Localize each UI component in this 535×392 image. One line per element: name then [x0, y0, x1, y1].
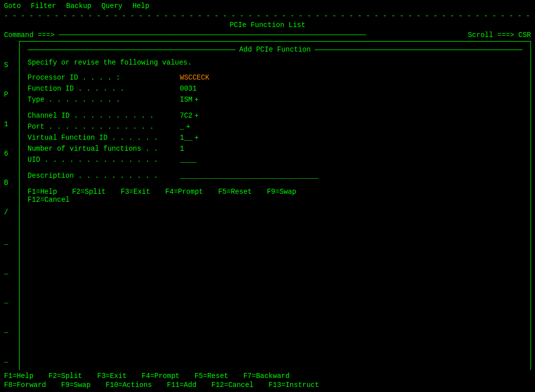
type-value[interactable]: ISM [180, 96, 192, 104]
left-sidebar: S P 1 6 B / _ _ _ _ _ _ _ _ _ _ _ _ _ [4, 41, 19, 392]
field-port: Port . . . . . . . . . . . . . _ + [28, 123, 522, 131]
modal-f1[interactable]: F1=Help [28, 188, 57, 196]
field-num-vf: Number of virtual functions . . 1 [28, 145, 522, 153]
command-label: Command ===> ───────────────────────────… [4, 31, 366, 39]
modal-fkeys-row2: F12=Cancel [28, 196, 522, 204]
fkey-f2[interactable]: F2=Split [49, 372, 82, 380]
channel-id-plus: + [194, 112, 198, 120]
fkey-f1[interactable]: F1=Help [4, 372, 34, 380]
modal-f4[interactable]: F4=Prompt [165, 188, 203, 196]
field-function-id: Function ID . . . . . . 0031 [28, 85, 522, 93]
modal-f5[interactable]: F5=Reset [218, 188, 251, 196]
port-plus: + [186, 123, 190, 131]
menu-query[interactable]: Query [101, 2, 122, 10]
port-value[interactable]: _ [180, 123, 184, 131]
field-channel-id: Channel ID . . . . . . . . . . 7C2 + [28, 112, 522, 120]
modal-f2[interactable]: F2=Split [72, 188, 106, 196]
fkey-row-2: F8=Forward F9=Swap F10=Actions F11=Add F… [4, 381, 531, 389]
fkey-bar-bottom: F1=Help F2=Split F3=Exit F4=Prompt F5=Re… [0, 370, 535, 392]
modal-subtitle: Specify or revise the following values. [28, 59, 522, 67]
command-line: Command ===> ───────────────────────────… [0, 30, 535, 40]
scroll-label: Scroll ===> CSR [468, 31, 531, 39]
fkey-f13[interactable]: F13=Instruct [269, 381, 319, 389]
field-uid: UID . . . . . . . . . . . . . . ____ [28, 156, 522, 164]
fkey-f11[interactable]: F11=Add [167, 381, 196, 389]
fkey-f5[interactable]: F5=Reset [194, 372, 228, 380]
modal-f9[interactable]: F9=Swap [267, 188, 297, 196]
function-id-value[interactable]: 0031 [180, 85, 197, 93]
fkey-f4[interactable]: F4=Prompt [142, 372, 180, 380]
screen: Goto Filter Backup Query Help - - - - - … [0, 0, 535, 392]
field-type: Type . . . . . . . . . ISM + [28, 96, 522, 104]
fkey-f8[interactable]: F8=Forward [4, 381, 46, 389]
modal-title: Add PCIe Function [239, 46, 311, 54]
menu-backup[interactable]: Backup [66, 2, 91, 10]
menu-help[interactable]: Help [132, 2, 149, 10]
modal-f3[interactable]: F3=Exit [121, 188, 150, 196]
vfid-plus: + [194, 134, 198, 142]
fkey-f3[interactable]: F3=Exit [97, 372, 127, 380]
fkey-f12[interactable]: F12=Cancel [211, 381, 253, 389]
fkey-f9[interactable]: F9=Swap [61, 381, 91, 389]
top-divider: - - - - - - - - - - - - - - - - - - - - … [0, 12, 535, 20]
page-title: PCIe Function List [0, 20, 535, 30]
channel-id-value[interactable]: 7C2 [180, 112, 192, 120]
fkey-f10[interactable]: F10=Actions [106, 381, 152, 389]
fkey-f7[interactable]: F7=Backward [243, 372, 290, 380]
modal-f12[interactable]: F12=Cancel [28, 196, 70, 204]
modal-dialog: Add PCIe Function Specify or revise the … [19, 41, 531, 392]
uid-value[interactable]: ____ [180, 156, 197, 164]
modal-title-row: Add PCIe Function [28, 46, 522, 54]
field-vfid: Virtual Function ID . . . . . . 1__ + [28, 134, 522, 142]
vfid-value[interactable]: 1__ [180, 134, 192, 142]
modal-fkeys-row1: F1=Help F2=Split F3=Exit F4=Prompt F5=Re… [28, 188, 522, 196]
field-processor-id: Processor ID . . . . : WSCCECK [28, 74, 522, 82]
processor-id-value[interactable]: WSCCECK [180, 74, 209, 82]
menu-goto[interactable]: Goto [4, 2, 21, 10]
field-description: Description . . . . . . . . . . ________… [28, 172, 522, 180]
description-value[interactable]: _________________________________ [180, 172, 319, 180]
fkey-row-1: F1=Help F2=Split F3=Exit F4=Prompt F5=Re… [4, 372, 531, 380]
main-content: S P 1 6 B / _ _ _ _ _ _ _ _ _ _ _ _ _ Ad… [0, 40, 535, 392]
menu-bar: Goto Filter Backup Query Help [0, 0, 535, 12]
type-plus: + [194, 96, 198, 104]
menu-filter[interactable]: Filter [31, 2, 56, 10]
num-vf-value[interactable]: 1 [180, 145, 184, 153]
